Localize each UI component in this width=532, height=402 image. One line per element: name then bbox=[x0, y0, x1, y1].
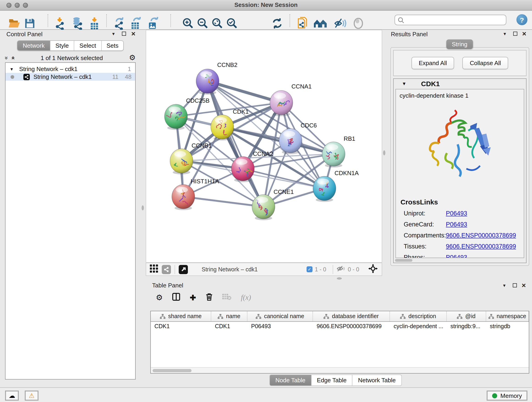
separator bbox=[175, 265, 175, 274]
control-panel-float-icon[interactable] bbox=[122, 32, 126, 36]
show-graphics-details-icon[interactable] bbox=[353, 18, 364, 31]
expand-all-button[interactable]: Expand All bbox=[412, 57, 454, 69]
table-panel-close-icon[interactable]: ✕ bbox=[521, 282, 526, 289]
tab-select[interactable]: Select bbox=[74, 41, 102, 51]
help-button[interactable]: ? bbox=[516, 14, 527, 25]
delete-column-icon[interactable] bbox=[206, 293, 212, 302]
hide-graphics-details-icon[interactable] bbox=[334, 17, 346, 31]
cell-canonical-name[interactable]: P06493 bbox=[247, 322, 313, 332]
zoom-in-icon[interactable] bbox=[182, 18, 194, 31]
birds-eye-homes-icon[interactable] bbox=[313, 18, 327, 31]
tab-style[interactable]: Style bbox=[51, 41, 74, 51]
create-column-icon[interactable]: ✚ bbox=[190, 293, 196, 302]
search-box[interactable] bbox=[394, 15, 506, 25]
cell-id[interactable]: stringdb:9... bbox=[447, 322, 486, 332]
birds-eye-view-icon[interactable] bbox=[179, 265, 188, 274]
show-grid-icon[interactable] bbox=[150, 264, 158, 274]
crosslink-link[interactable]: P06493 bbox=[446, 221, 467, 228]
results-panel-title: Results Panel bbox=[391, 31, 428, 38]
column-header[interactable]: namespace bbox=[486, 311, 529, 321]
results-horizontal-scrollbar[interactable] bbox=[395, 259, 412, 262]
memory-button[interactable]: Memory bbox=[487, 390, 527, 401]
selected-checkbox-icon[interactable]: ✓ bbox=[307, 266, 312, 272]
save-session-icon[interactable] bbox=[24, 18, 35, 31]
cell-shared-name[interactable]: CDK1 bbox=[151, 322, 211, 332]
crosslink-link[interactable]: 9606.ENSP00000378699 bbox=[446, 243, 516, 250]
open-session-icon[interactable] bbox=[8, 18, 21, 31]
crosslinks-heading: CrossLinks bbox=[400, 198, 524, 206]
zoom-out-icon[interactable] bbox=[197, 18, 209, 31]
network-options-gear-icon[interactable]: ⚙ bbox=[129, 54, 136, 61]
crosslink-link[interactable]: P06493 bbox=[446, 254, 467, 258]
table-panel-collapse-icon[interactable]: ▼ bbox=[502, 283, 506, 288]
tab-node-table[interactable]: Node Table bbox=[269, 375, 311, 386]
hidden-eye-icon[interactable] bbox=[337, 265, 346, 273]
table-options-gear-icon[interactable]: ⚙ bbox=[156, 293, 163, 302]
import-network-database-icon[interactable] bbox=[70, 17, 84, 32]
export-network-icon[interactable] bbox=[113, 17, 126, 32]
scrollbar-thumb[interactable] bbox=[152, 369, 191, 372]
show-columns-icon[interactable] bbox=[172, 293, 180, 302]
fit-selected-crosshair-icon[interactable] bbox=[368, 264, 378, 274]
crosslink-label: Pharos: bbox=[404, 254, 446, 258]
clone-network-icon[interactable] bbox=[297, 17, 309, 32]
protein-section-header[interactable]: ▼ CDK1 bbox=[394, 79, 526, 89]
control-panel-collapse-icon[interactable]: ▼ bbox=[111, 32, 115, 36]
results-panel-collapse-icon[interactable]: ▼ bbox=[503, 32, 507, 36]
network-view-share-icon[interactable] bbox=[162, 265, 171, 274]
protein-section: ▼ CDK1 cyclin-dependent kinase 1 bbox=[393, 78, 526, 263]
crosslink-link[interactable]: 9606.ENSP00000378699 bbox=[446, 232, 516, 239]
zoom-fit-icon[interactable] bbox=[212, 18, 223, 31]
export-table-icon[interactable] bbox=[129, 17, 142, 32]
tab-edge-table[interactable]: Edge Table bbox=[311, 375, 353, 386]
column-header[interactable]: canonical name bbox=[247, 311, 313, 321]
column-header[interactable]: @id bbox=[447, 311, 486, 321]
network-canvas[interactable]: CCNB2CCNA1CDC25BCDK1CDC6RB1CCNB1CCNA2CDK… bbox=[146, 30, 382, 263]
graph-node-label: CCNA1 bbox=[291, 83, 312, 90]
protein-collapse-icon[interactable]: ▼ bbox=[402, 81, 406, 86]
expand-all-networks-icon[interactable]: » bbox=[10, 56, 16, 59]
table-horizontal-scrollbar[interactable] bbox=[151, 367, 529, 373]
column-header[interactable]: shared name bbox=[151, 311, 211, 321]
collection-expand-icon[interactable]: ▼ bbox=[10, 67, 14, 71]
results-panel-close-icon[interactable]: ✕ bbox=[522, 31, 526, 37]
search-input[interactable] bbox=[406, 16, 503, 24]
results-buttons-box: Expand All Collapse All bbox=[393, 50, 526, 76]
column-header[interactable]: database identifier bbox=[313, 311, 390, 321]
cell-description[interactable]: cyclin-dependent ... bbox=[390, 322, 447, 332]
column-header[interactable]: name bbox=[211, 311, 247, 321]
results-panel-float-icon[interactable] bbox=[513, 32, 517, 36]
memory-status-dot bbox=[492, 393, 497, 398]
cell-name[interactable]: CDK1 bbox=[211, 322, 247, 332]
collapse-all-button[interactable]: Collapse All bbox=[462, 57, 508, 69]
tab-network[interactable]: Network bbox=[17, 41, 51, 51]
table-row[interactable]: CDK1 CDK1 P06493 9606.ENSP00000378699 cy… bbox=[151, 322, 529, 332]
horizontal-splitter-handle[interactable] bbox=[337, 277, 342, 280]
control-panel-close-icon[interactable]: ✕ bbox=[131, 31, 136, 37]
warnings-button[interactable]: ⚠ bbox=[25, 390, 38, 401]
import-table-file-icon[interactable] bbox=[89, 17, 100, 32]
collection-count: 1 bbox=[128, 65, 131, 72]
left-splitter-handle[interactable] bbox=[142, 205, 144, 211]
warning-icon: ⚠ bbox=[29, 392, 34, 399]
refresh-icon[interactable] bbox=[271, 17, 283, 31]
cell-namespace[interactable]: stringdb bbox=[486, 322, 529, 332]
tab-network-table[interactable]: Network Table bbox=[353, 375, 402, 386]
tab-sets[interactable]: Sets bbox=[102, 41, 123, 51]
cell-database-identifier[interactable]: 9606.ENSP00000378699 bbox=[313, 322, 390, 332]
table-panel-float-icon[interactable] bbox=[513, 283, 517, 287]
network-collection-row[interactable]: ▼ String Network – cdk1 1 bbox=[6, 65, 135, 73]
tab-string[interactable]: String bbox=[446, 39, 473, 49]
network-row[interactable]: String Network – cdk1 11 48 bbox=[6, 73, 135, 81]
zoom-selected-icon[interactable] bbox=[226, 18, 238, 31]
graph-node-label: CDK1 bbox=[233, 108, 249, 115]
import-network-file-icon[interactable] bbox=[54, 17, 66, 32]
right-splitter-handle[interactable] bbox=[383, 150, 385, 155]
export-image-icon[interactable] bbox=[147, 17, 159, 32]
crosslink-link[interactable]: P06493 bbox=[446, 210, 467, 217]
column-header[interactable]: description bbox=[390, 311, 447, 321]
collapse-all-networks-icon[interactable]: » bbox=[4, 56, 10, 59]
cloud-status-button[interactable]: ☁ bbox=[5, 390, 19, 401]
memory-label: Memory bbox=[500, 392, 522, 399]
crosslink-label: GeneCard: bbox=[404, 221, 446, 228]
